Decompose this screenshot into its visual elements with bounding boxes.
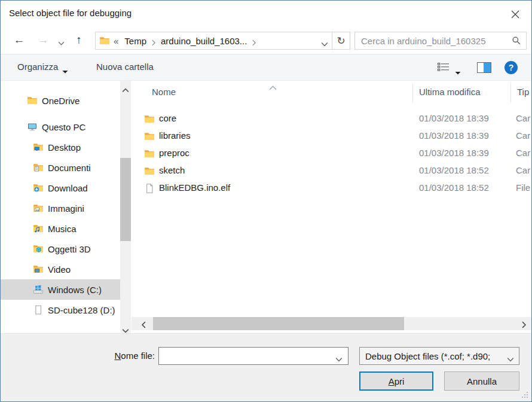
search-input[interactable]: Cerca in arduino_build_160325 bbox=[354, 32, 527, 50]
folder-documents-icon bbox=[33, 162, 44, 173]
address-dropdown-chevron-icon[interactable] bbox=[321, 38, 328, 43]
file-row-blinkedbg-ino-elf[interactable]: BlinkEDBG.ino.elf 01/03/2018 18:52 File bbox=[132, 180, 531, 197]
sidebar-item-onedrive[interactable]: OneDrive bbox=[1, 90, 120, 111]
filetype-select[interactable]: Debug Object files (*.cof; *.d90; bbox=[359, 347, 519, 365]
sidebar-item-label: Musica bbox=[48, 224, 77, 234]
breadcrumb-segment-temp[interactable]: Temp bbox=[122, 36, 149, 46]
back-icon[interactable]: ← bbox=[11, 32, 27, 48]
sidebar-item-label: Download bbox=[48, 183, 88, 193]
file-list-horizontal-scrollbar[interactable] bbox=[132, 317, 531, 330]
sidebar-item-documenti[interactable]: Documenti bbox=[1, 157, 120, 178]
chevron-right-icon[interactable] bbox=[252, 38, 256, 44]
resize-grip[interactable] bbox=[521, 391, 529, 399]
view-options-icon[interactable] bbox=[438, 62, 450, 73]
file-type: Car bbox=[516, 113, 532, 123]
file-rows: core 01/03/2018 18:39 Car libraries 01/0… bbox=[132, 111, 531, 197]
folder-3d-icon bbox=[33, 243, 44, 254]
column-divider[interactable] bbox=[412, 83, 413, 102]
sidebar-item-questo-pc[interactable]: Questo PC bbox=[1, 117, 120, 137]
chevron-right-icon[interactable] bbox=[151, 38, 156, 44]
breadcrumb-segment-build[interactable]: arduino_build_1603... bbox=[158, 36, 249, 46]
file-row-core[interactable]: core 01/03/2018 18:39 Car bbox=[132, 111, 531, 128]
open-button[interactable]: Apri bbox=[359, 371, 433, 391]
sidebar-item-label: Documenti bbox=[48, 163, 91, 173]
cancel-button[interactable]: Annulla bbox=[444, 371, 519, 391]
sidebar-item-oggetti-3d[interactable]: Oggetti 3D bbox=[1, 239, 120, 259]
preview-pane-icon[interactable] bbox=[477, 62, 491, 73]
file-type: Car bbox=[516, 148, 532, 158]
file-row-sketch[interactable]: sketch 01/03/2018 18:52 Car bbox=[132, 163, 531, 180]
sidebar-item-label: OneDrive bbox=[42, 96, 80, 106]
sidebar-scrollbar[interactable] bbox=[120, 81, 131, 333]
folder-video-icon bbox=[33, 264, 44, 275]
recent-locations-chevron-icon[interactable] bbox=[58, 37, 66, 44]
up-icon[interactable]: ↑ bbox=[71, 32, 87, 48]
sidebar-item-label: Windows (C:) bbox=[48, 285, 102, 295]
folder-download-icon bbox=[33, 182, 44, 193]
scroll-left-icon[interactable] bbox=[141, 320, 146, 327]
file-list-pane: Nome Ultima modifica Tip core 01/03/2018… bbox=[132, 81, 531, 333]
dialog-footer: Nome file: Debug Object files (*.cof; *.… bbox=[1, 333, 531, 401]
column-header-type[interactable]: Tip bbox=[517, 87, 529, 97]
folder-desktop-icon bbox=[33, 142, 44, 153]
breadcrumb-box[interactable]: « Temp arduino_build_1603... bbox=[95, 32, 332, 50]
column-header-modified[interactable]: Ultima modifica bbox=[419, 87, 481, 97]
filename-label: Nome file: bbox=[90, 351, 155, 361]
scroll-right-icon[interactable] bbox=[521, 320, 527, 327]
file-name: sketch bbox=[159, 165, 185, 175]
organize-label: Organizza bbox=[17, 62, 58, 72]
chevron-down-icon bbox=[62, 66, 68, 70]
sidebar-item-label: Questo PC bbox=[42, 122, 85, 132]
scrollbar-thumb[interactable] bbox=[120, 158, 131, 241]
file-row-libraries[interactable]: libraries 01/03/2018 18:39 Car bbox=[132, 128, 531, 145]
scroll-up-icon[interactable] bbox=[122, 84, 129, 89]
drive-windows-icon bbox=[33, 284, 44, 295]
sidebar-item-immagini[interactable]: Immagini bbox=[1, 198, 120, 218]
sidebar-item-video[interactable]: Video bbox=[1, 259, 120, 279]
file-name: core bbox=[159, 113, 176, 123]
file-type: File bbox=[516, 182, 532, 193]
new-folder-button[interactable]: Nuova cartella bbox=[96, 62, 154, 72]
sidebar-item-label: Desktop bbox=[48, 142, 81, 153]
folder-icon bbox=[144, 148, 155, 159]
sidebar-item-windows-c[interactable]: Windows (C:) bbox=[1, 279, 120, 300]
preview-pane-fill bbox=[484, 63, 491, 72]
folder-pictures-icon bbox=[33, 203, 44, 214]
scroll-down-icon[interactable] bbox=[122, 325, 129, 330]
organize-button[interactable]: Organizza bbox=[17, 62, 68, 72]
search-placeholder: Cerca in arduino_build_160325 bbox=[361, 36, 512, 46]
folder-icon bbox=[99, 35, 110, 46]
column-header-name[interactable]: Nome bbox=[152, 87, 176, 97]
sidebar-item-desktop[interactable]: Desktop bbox=[1, 137, 120, 157]
file-row-preproc[interactable]: preproc 01/03/2018 18:39 Car bbox=[132, 145, 531, 163]
sort-ascending-icon bbox=[269, 82, 277, 87]
window-title: Select object file for debugging bbox=[9, 8, 132, 18]
filetype-chevron-icon bbox=[507, 354, 514, 358]
breadcrumb-overflow[interactable]: « bbox=[114, 36, 118, 46]
sidebar-item-download[interactable]: Download bbox=[1, 178, 120, 198]
file-name: libraries bbox=[159, 130, 191, 141]
folder-icon bbox=[144, 131, 155, 142]
folder-music-icon bbox=[33, 223, 44, 234]
filetype-value: Debug Object files (*.cof; *.d90; bbox=[365, 351, 507, 361]
file-name: preproc bbox=[159, 148, 189, 158]
close-icon[interactable] bbox=[507, 7, 523, 22]
filename-input[interactable] bbox=[163, 348, 335, 364]
file-modified-date: 01/03/2018 18:39 bbox=[419, 148, 489, 158]
sidebar-item-label: Oggetti 3D bbox=[48, 244, 91, 254]
sidebar-item-label: SD-cube128 (D:) bbox=[48, 305, 115, 315]
file-type: Car bbox=[516, 130, 532, 141]
forward-icon[interactable]: → bbox=[35, 32, 51, 48]
view-options-chevron-icon[interactable] bbox=[455, 67, 461, 71]
navigation-pane: OneDrive Questo PC Desktop Documenti Dow… bbox=[1, 81, 120, 333]
sidebar-item-sd-cube128-d[interactable]: SD-cube128 (D:) bbox=[1, 300, 120, 320]
search-icon[interactable] bbox=[512, 36, 521, 45]
refresh-icon[interactable]: ↻ bbox=[332, 32, 350, 50]
scrollbar-thumb[interactable] bbox=[153, 317, 404, 330]
filename-combobox[interactable] bbox=[158, 347, 348, 365]
sidebar-item-musica[interactable]: Musica bbox=[1, 218, 120, 239]
filename-dropdown-chevron-icon[interactable] bbox=[335, 354, 343, 358]
drive-removable-icon bbox=[33, 304, 44, 315]
help-icon[interactable]: ? bbox=[505, 61, 518, 74]
column-divider[interactable] bbox=[510, 83, 511, 102]
